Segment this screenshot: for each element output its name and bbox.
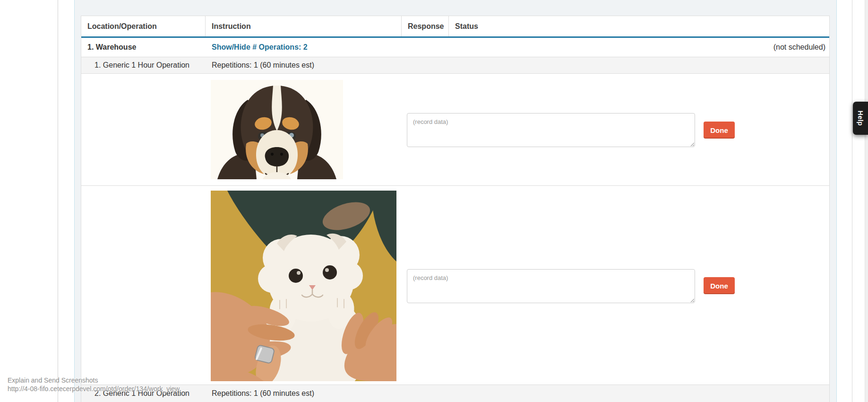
warehouse-row: 1. Warehouse Show/Hide # Operations: 2 (…: [81, 38, 829, 57]
instruction-row-kitten: Done: [81, 185, 829, 385]
screenshot-extension-url: http://4-08-fifo.cetecerpdevel.com/otd/o…: [8, 385, 180, 393]
show-hide-operations-link[interactable]: Show/Hide # Operations: 2: [212, 43, 308, 51]
right-divider-line: [852, 0, 852, 402]
work-instructions-panel: Location/Operation Instruction Response …: [74, 0, 837, 402]
scrollbar[interactable]: [865, 0, 868, 402]
operation-1-label: 1. Generic 1 Hour Operation: [81, 61, 206, 70]
record-data-textarea-2[interactable]: [407, 269, 695, 303]
operation-2-repetitions: Repetitions: 1 (60 minutes est): [206, 389, 402, 398]
puppy-image: [211, 80, 343, 179]
column-header-instruction: Instruction: [206, 16, 402, 36]
operation-1-repetitions: Repetitions: 1 (60 minutes est): [206, 61, 402, 70]
schedule-status-label: (not scheduled): [402, 43, 829, 52]
done-button-2[interactable]: Done: [704, 277, 735, 294]
screenshot-extension-overlay: Explain and Send Screenshots http://4-08…: [8, 376, 180, 393]
instruction-row-puppy: Done: [81, 73, 829, 185]
table-header-row: Location/Operation Instruction Response …: [81, 16, 829, 38]
column-header-response: Response: [402, 16, 449, 36]
work-instructions-table: Location/Operation Instruction Response …: [81, 16, 830, 402]
left-divider-line: [58, 0, 58, 402]
operation-1-row: 1. Generic 1 Hour Operation Repetitions:…: [81, 57, 829, 73]
help-tab-label: Help: [857, 111, 864, 126]
kitten-image: [211, 191, 396, 381]
record-data-textarea-1[interactable]: [407, 113, 695, 147]
column-header-status: Status: [449, 16, 829, 36]
operation-2-row: 2. Generic 1 Hour Operation Repetitions:…: [81, 385, 829, 402]
column-header-location-operation: Location/Operation: [81, 16, 206, 36]
screenshot-extension-title: Explain and Send Screenshots: [8, 376, 180, 385]
warehouse-location-label: 1. Warehouse: [81, 43, 206, 52]
help-tab[interactable]: Help: [853, 102, 868, 135]
done-button-1[interactable]: Done: [704, 122, 735, 139]
work-view-screen: Location/Operation Instruction Response …: [0, 0, 868, 402]
